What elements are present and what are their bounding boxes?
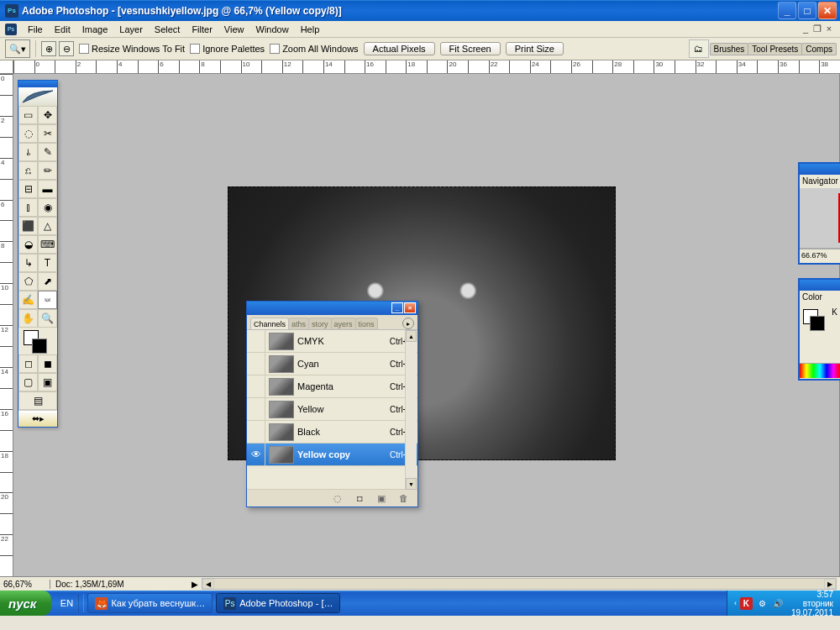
color-swatches[interactable] — [18, 328, 57, 354]
tab-navigator[interactable]: Navigator — [800, 175, 840, 188]
menu-window[interactable]: Window — [250, 23, 295, 36]
load-selection-icon[interactable]: ◌ — [332, 492, 344, 504]
move-tool[interactable]: ✥ — [38, 106, 57, 124]
language-indicator[interactable]: EN — [56, 598, 76, 608]
menu-image[interactable]: Image — [76, 23, 114, 36]
notes-tool[interactable]: ⬠ — [18, 272, 38, 291]
taskbar-task[interactable]: 🦊Как убрать веснушк… — [87, 593, 213, 613]
scroll-left-arrow-icon[interactable]: ◀ — [202, 579, 214, 589]
channels-scrollbar[interactable]: ▲ ▼ — [405, 330, 417, 490]
channel-row-cyan[interactable]: CyanCtrl+1 — [247, 353, 417, 375]
scroll-up-icon[interactable]: ▲ — [406, 330, 417, 342]
zoom-tool[interactable]: ⎃ — [38, 291, 57, 309]
docked-tab-tool-presets[interactable]: Tool Presets — [748, 43, 802, 55]
current-tool-preset[interactable]: 🔍▾ — [5, 39, 30, 58]
channel-thumbnail[interactable] — [269, 423, 294, 441]
print-size-button[interactable]: Print Size — [506, 42, 564, 55]
vertical-ruler[interactable]: 0246810121416182022 — [0, 74, 13, 576]
zoom-all-checkbox[interactable]: Zoom All Windows — [270, 44, 358, 54]
docked-tab-brushes[interactable]: Brushes — [710, 43, 749, 55]
channels-panel-titlebar[interactable]: _ × — [247, 302, 417, 315]
blur-tool[interactable]: ⬛ — [18, 217, 38, 235]
marquee-tool[interactable]: ▭ — [18, 106, 38, 124]
background-swatch[interactable] — [32, 339, 47, 354]
crop-tool[interactable]: ⫰ — [18, 143, 38, 161]
color-ramp[interactable] — [800, 363, 840, 378]
actual-pixels-button[interactable]: Actual Pixels — [364, 42, 435, 55]
zoom-out-icon[interactable]: ⊖ — [59, 41, 74, 56]
docked-tab-comps[interactable]: Comps — [801, 43, 837, 55]
visibility-toggle[interactable] — [247, 398, 265, 420]
color-panel[interactable]: Color K — [798, 278, 840, 381]
channel-thumbnail[interactable] — [269, 401, 294, 418]
eyedropper-tool[interactable]: ⬈ — [38, 272, 57, 291]
panel-menu-button[interactable]: ▸ — [402, 318, 414, 329]
tab-channels[interactable]: Channels — [250, 318, 289, 329]
kaspersky-tray-icon[interactable]: K — [740, 597, 753, 610]
channels-panel[interactable]: _ × Channels aths story ayers tions ▸ CM… — [246, 301, 418, 507]
channel-row-yellow[interactable]: YellowCtrl+3 — [247, 398, 417, 421]
history-brush-tool[interactable]: ▬ — [38, 180, 57, 198]
magic-wand-tool[interactable]: ✂ — [38, 124, 57, 143]
mdi-minimize[interactable]: _ — [800, 24, 811, 34]
delete-channel-icon[interactable]: 🗑 — [397, 492, 409, 504]
horizontal-scrollbar[interactable]: ◀ ▶ — [202, 578, 837, 590]
zoom-level-field[interactable]: 66,67% — [0, 580, 50, 589]
channel-thumbnail[interactable] — [269, 333, 294, 350]
ruler-origin[interactable] — [0, 60, 13, 74]
navigator-zoom-value[interactable]: 66.67% — [800, 249, 840, 261]
canvas-area[interactable] — [13, 74, 840, 576]
eraser-tool[interactable]: ⫿ — [18, 198, 38, 217]
tab-layers[interactable]: ayers — [331, 318, 356, 329]
channel-row-yellow-copy[interactable]: 👁Yellow copyCtrl+5 — [247, 444, 417, 466]
menu-select[interactable]: Select — [149, 23, 186, 36]
menu-filter[interactable]: Filter — [186, 23, 218, 36]
visibility-toggle[interactable] — [247, 353, 265, 375]
channel-row-cmyk[interactable]: CMYKCtrl+~ — [247, 330, 417, 353]
file-browser-toggle-icon[interactable]: 🗂 — [689, 39, 709, 58]
menu-edit[interactable]: Edit — [49, 23, 76, 36]
new-channel-icon[interactable]: ▣ — [375, 492, 387, 504]
status-menu-arrow-icon[interactable]: ▶ — [192, 580, 198, 589]
stamp-tool[interactable]: ⊟ — [18, 180, 38, 198]
menu-layer[interactable]: Layer — [113, 23, 149, 36]
channel-thumbnail[interactable] — [269, 446, 294, 464]
menu-help[interactable]: Help — [295, 23, 326, 36]
tab-color[interactable]: Color — [800, 291, 840, 304]
minimize-button[interactable]: _ — [778, 2, 796, 19]
brush-tool[interactable]: ✏ — [38, 161, 57, 180]
path-select-tool[interactable]: ◒ — [18, 235, 38, 254]
screen-standard-button[interactable]: ▢ — [18, 373, 38, 391]
tray-icon-generic2[interactable]: 🔊 — [772, 597, 785, 610]
visibility-toggle[interactable] — [247, 375, 265, 397]
save-selection-icon[interactable]: ◘ — [354, 492, 365, 504]
maximize-button[interactable]: □ — [798, 2, 816, 19]
screen-full-menu-button[interactable]: ▣ — [38, 373, 57, 391]
scroll-down-icon[interactable]: ▼ — [406, 478, 417, 490]
toolbox-grip[interactable] — [18, 81, 57, 87]
shape-tool[interactable]: T — [38, 254, 57, 272]
menu-file[interactable]: File — [22, 23, 49, 36]
mdi-close[interactable]: × — [823, 24, 835, 34]
navigator-titlebar[interactable] — [800, 164, 840, 175]
standard-mode-button[interactable]: ◻ — [18, 354, 38, 373]
scroll-right-arrow-icon[interactable]: ▶ — [824, 579, 836, 589]
visibility-toggle[interactable] — [247, 421, 265, 443]
panel-close-button[interactable]: × — [404, 302, 416, 313]
navigator-panel[interactable]: Navigator 66.67% — [798, 162, 840, 265]
channel-thumbnail[interactable] — [269, 355, 294, 373]
type-tool[interactable]: ⌨ — [38, 235, 57, 254]
screen-full-button[interactable]: ▤ — [18, 391, 57, 410]
visibility-toggle[interactable]: 👁 — [247, 444, 265, 465]
lasso-tool[interactable]: ◌ — [18, 124, 38, 143]
channel-row-magenta[interactable]: MagentaCtrl+2 — [247, 375, 417, 398]
panel-minimize-button[interactable]: _ — [391, 302, 403, 313]
taskbar-task[interactable]: PsAdobe Photoshop - [… — [216, 593, 340, 613]
quickmask-mode-button[interactable]: ◼ — [38, 354, 57, 373]
toolbox-panel[interactable]: ▭✥◌✂⫰✎⎌✏⊟▬⫿◉⬛△◒⌨↳T⬠⬈✍⎃✋🔍 ◻ ◼ ▢ ▣ ▤ ⬌▸ — [18, 80, 58, 428]
horizontal-ruler[interactable]: 02468101214161820222426283032343638 — [13, 60, 840, 74]
channel-row-black[interactable]: BlackCtrl+4 — [247, 421, 417, 444]
gradient-tool[interactable]: ◉ — [38, 198, 57, 217]
tray-icon-generic1[interactable]: ⚙ — [756, 597, 769, 610]
navigator-preview[interactable] — [800, 188, 840, 249]
